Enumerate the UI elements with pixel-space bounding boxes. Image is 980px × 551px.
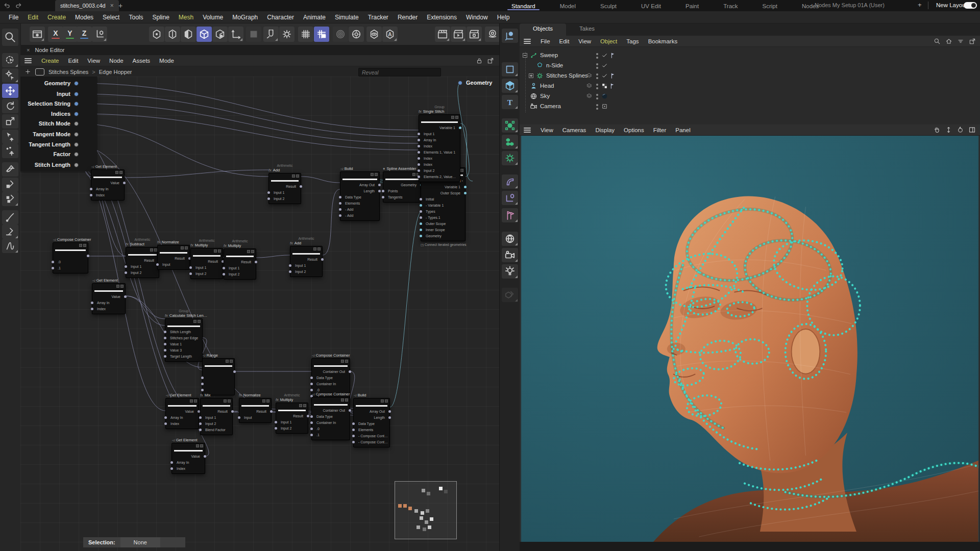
layout-tab-standard[interactable]: Standard xyxy=(499,2,548,10)
input-port[interactable] xyxy=(164,422,167,425)
output-port[interactable] xyxy=(255,261,257,263)
node-menu-icon[interactable] xyxy=(375,173,378,176)
node-menu-icon[interactable] xyxy=(230,360,233,363)
node-get-element[interactable]: ◅Get ElementValueArray InIndex xyxy=(165,393,199,429)
input-port[interactable] xyxy=(267,191,270,194)
object-name[interactable]: Stitches Splines xyxy=(546,72,588,79)
input-port[interactable] xyxy=(156,263,159,266)
input-port[interactable] xyxy=(420,235,422,237)
checker-tag-icon[interactable] xyxy=(601,83,608,89)
node-folder-icon[interactable] xyxy=(371,173,374,176)
input-port[interactable] xyxy=(275,421,277,423)
input-port[interactable] xyxy=(52,261,54,263)
input-port[interactable] xyxy=(418,145,420,147)
node-menu-icon[interactable] xyxy=(83,244,86,247)
tweak-tool[interactable] xyxy=(2,68,18,83)
node-folder-icon[interactable] xyxy=(196,444,199,447)
add-node-icon[interactable] xyxy=(24,68,31,75)
input-port[interactable] xyxy=(352,441,355,443)
node-get-element[interactable]: ◅Get ElementValueArray InIndex xyxy=(92,278,126,314)
input-port[interactable] xyxy=(418,139,420,141)
input-port[interactable] xyxy=(418,133,420,135)
input-port[interactable] xyxy=(339,214,341,217)
input-port[interactable] xyxy=(189,266,192,269)
node-menu-node[interactable]: Node xyxy=(105,57,128,65)
input-port[interactable] xyxy=(170,467,173,470)
toolbar-tex-square-button[interactable] xyxy=(246,27,261,42)
node-folder-icon[interactable] xyxy=(181,246,184,249)
port-dot[interactable] xyxy=(74,92,79,96)
layout-tab-script[interactable]: Script xyxy=(750,2,790,10)
zoom-tool[interactable] xyxy=(2,29,18,46)
node-normalize[interactable]: fxNormalizeResultInput xyxy=(239,393,272,423)
toolbar-axis-button[interactable] xyxy=(92,27,107,42)
port-dot[interactable] xyxy=(74,142,79,147)
input-port[interactable] xyxy=(91,302,93,304)
popout-icon[interactable] xyxy=(487,57,494,64)
node-menu-create[interactable]: Create xyxy=(37,57,64,65)
toolbar-clapper-play-button[interactable] xyxy=(451,27,466,42)
input-port[interactable] xyxy=(352,435,355,437)
group-input-factor[interactable]: Factor xyxy=(21,151,79,158)
object-menu-view[interactable]: View xyxy=(574,37,596,45)
output-port[interactable] xyxy=(231,410,234,413)
node-compose-container[interactable]: ◅Compose ContainerContainer OutData Type… xyxy=(311,392,350,440)
home-icon[interactable] xyxy=(945,38,952,45)
node-multiply[interactable]: ArithmeticfxMultiplyResultInput 1Input 2 xyxy=(276,393,308,434)
input-port[interactable] xyxy=(310,415,313,418)
input-port[interactable] xyxy=(199,429,202,431)
input-port[interactable] xyxy=(275,427,277,430)
node-folder-icon[interactable] xyxy=(262,399,265,403)
node-range[interactable]: ◅Range xyxy=(202,353,235,395)
node-folder-icon[interactable] xyxy=(116,285,119,288)
input-port[interactable] xyxy=(170,461,173,464)
node-folder-icon[interactable] xyxy=(150,248,153,252)
node-subtract[interactable]: ArithmeticfxSubtractResultInput 1Input 2 xyxy=(126,237,159,278)
node-folder-icon[interactable] xyxy=(451,116,454,119)
reveal-search-input[interactable] xyxy=(358,68,441,77)
node-folder-icon[interactable] xyxy=(115,171,118,174)
node-graph-minimap[interactable] xyxy=(395,481,457,539)
input-port[interactable] xyxy=(223,267,225,269)
input-port[interactable] xyxy=(199,422,202,425)
node-folder-icon[interactable] xyxy=(313,247,316,251)
breadcrumb-root[interactable]: Stitches Splines xyxy=(48,69,88,75)
menu-window[interactable]: Window xyxy=(461,12,493,22)
node-compose-container[interactable]: ◅Compose Container.0.1 xyxy=(53,237,88,273)
toolbar-clapper-button[interactable] xyxy=(435,27,450,42)
pan-hand-icon[interactable] xyxy=(933,126,941,134)
input-port[interactable] xyxy=(201,377,204,379)
input-port[interactable] xyxy=(420,198,422,201)
viewport-menu-display[interactable]: Display xyxy=(591,126,619,134)
node-menu-icon[interactable] xyxy=(317,247,321,251)
node-menu-icon[interactable] xyxy=(345,398,348,402)
toolbar-render-circle-button[interactable] xyxy=(485,27,500,42)
modeling-axis[interactable] xyxy=(502,191,518,205)
group-input-geometry[interactable]: Geometry xyxy=(21,80,79,87)
output-port[interactable] xyxy=(124,295,127,298)
node-menu-icon[interactable] xyxy=(198,320,201,323)
input-port[interactable] xyxy=(352,429,355,431)
object-row-head[interactable]: Head xyxy=(520,81,980,91)
input-port[interactable] xyxy=(418,157,420,160)
spline-pen-tool[interactable] xyxy=(2,162,18,177)
menu-spline[interactable]: Spline xyxy=(148,12,174,22)
fields[interactable] xyxy=(502,208,518,222)
close-tab-icon[interactable]: × xyxy=(110,2,114,9)
group-input-input[interactable]: Input xyxy=(21,90,79,97)
perspective-viewport[interactable] xyxy=(521,136,979,542)
group-input-tangent-length[interactable]: Tangent Length xyxy=(21,141,79,148)
node-folder-icon[interactable] xyxy=(190,399,193,403)
menu-help[interactable]: Help xyxy=(493,12,514,22)
menu-animate[interactable]: Animate xyxy=(299,12,330,22)
light-object[interactable] xyxy=(502,264,518,279)
toolbar-hex-point-button[interactable] xyxy=(149,27,164,42)
add-layout-button[interactable]: + xyxy=(918,1,922,9)
object-row-sweep[interactable]: Sweep xyxy=(520,50,980,60)
input-port[interactable] xyxy=(52,267,54,269)
hamburger-icon[interactable] xyxy=(524,128,531,133)
layout-tab-model[interactable]: Model xyxy=(548,2,588,10)
toolbar-grid-button[interactable] xyxy=(298,27,313,42)
node-menu-mode[interactable]: Mode xyxy=(155,57,179,65)
lock-icon[interactable] xyxy=(476,57,483,64)
